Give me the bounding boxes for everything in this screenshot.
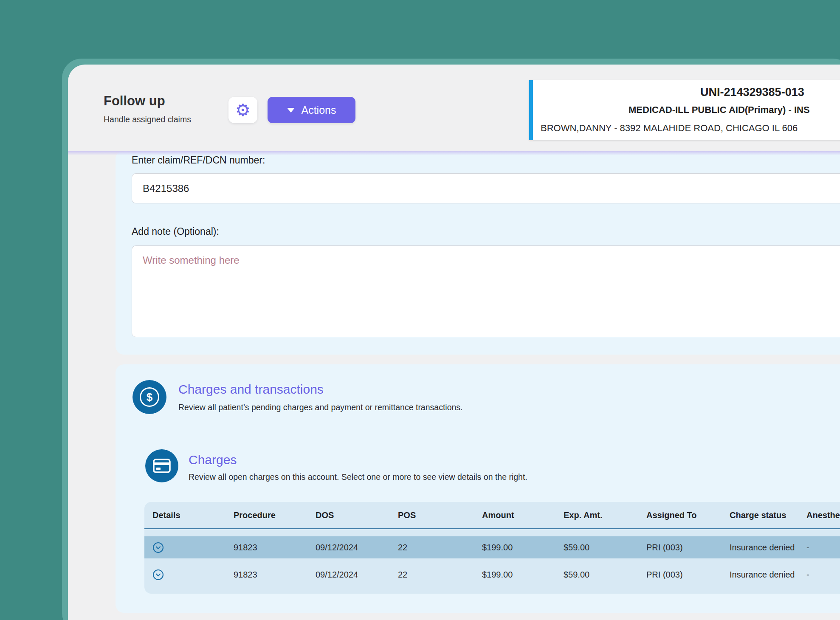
claim-form-panel: Enter claim/REF/DCN number: Add note (Op… <box>116 151 840 355</box>
cell-dos: 09/12/2024 <box>316 543 398 552</box>
payer-name: MEDICAD-ILL PUBLIC AID(Primary) - INS <box>629 104 810 116</box>
table-row[interactable]: 91823 09/12/2024 22 $199.00 $59.00 PRI (… <box>144 536 840 558</box>
patient-info: BROWN,DANNY - 8392 MALAHIDE ROAD, CHICAG… <box>541 123 798 134</box>
page-subtitle: Handle assigned claims <box>104 115 191 124</box>
actions-button[interactable]: Actions <box>268 97 355 123</box>
cell-assigned-to: PRI (003) <box>646 570 730 580</box>
claim-id: UNI-214329385-013 <box>700 86 804 99</box>
col-dos: DOS <box>316 510 398 520</box>
cell-exp-amt: $59.00 <box>564 543 646 552</box>
charges-table: Details Procedure DOS POS Amount Exp. Am… <box>144 502 840 594</box>
cell-pos: 22 <box>398 543 482 552</box>
credit-card-icon <box>145 449 178 482</box>
col-exp-amt: Exp. Amt. <box>564 510 646 520</box>
cell-anesthesia: - <box>806 570 840 580</box>
cell-amount: $199.00 <box>482 543 564 552</box>
claim-info-banner: UNI-214329385-013 MEDICAD-ILL PUBLIC AID… <box>529 80 840 140</box>
cell-anesthesia: - <box>806 543 840 552</box>
cell-dos: 09/12/2024 <box>316 570 398 580</box>
col-pos: POS <box>398 510 482 520</box>
cell-procedure: 91823 <box>234 543 316 552</box>
charges-transactions-title: Charges and transactions <box>178 382 324 397</box>
settings-button[interactable]: ⚙ <box>228 97 257 123</box>
cell-pos: 22 <box>398 570 482 580</box>
caret-down-icon <box>287 108 295 113</box>
chevron-down-circle-icon[interactable] <box>152 569 234 581</box>
cell-charge-status: Insurance denied <box>730 543 806 552</box>
col-details: Details <box>152 510 234 520</box>
charges-title: Charges <box>189 453 237 467</box>
chevron-down-circle-icon[interactable] <box>152 542 234 553</box>
page-title: Follow up <box>104 93 165 110</box>
table-row[interactable]: 91823 09/12/2024 22 $199.00 $59.00 PRI (… <box>144 564 840 586</box>
charges-table-header: Details Procedure DOS POS Amount Exp. Am… <box>144 502 840 528</box>
col-charge-status: Charge status <box>730 510 806 520</box>
cell-procedure: 91823 <box>234 570 316 580</box>
table-header-divider <box>144 528 840 529</box>
note-textarea[interactable] <box>132 245 840 337</box>
cell-exp-amt: $59.00 <box>564 570 646 580</box>
charges-transactions-subtitle: Review all patient’s pending charges and… <box>178 403 463 412</box>
actions-button-label: Actions <box>302 104 336 116</box>
follow-up-card: Follow up Handle assigned claims ⚙ Actio… <box>68 65 840 620</box>
charges-subtitle: Review all open charges on this account.… <box>189 472 527 482</box>
header-glow-divider <box>68 151 840 155</box>
note-label: Add note (Optional): <box>132 226 219 237</box>
charges-panel: $ Charges and transactions Review all pa… <box>116 364 840 613</box>
claim-number-input[interactable] <box>132 173 840 203</box>
col-anesthesia: Anesthe <box>806 510 840 520</box>
col-assigned-to: Assigned To <box>646 510 730 520</box>
gear-icon: ⚙ <box>235 101 251 118</box>
dollar-circle-icon: $ <box>132 380 166 414</box>
col-amount: Amount <box>482 510 564 520</box>
cell-charge-status: Insurance denied <box>730 570 806 580</box>
claim-number-label: Enter claim/REF/DCN number: <box>132 155 265 166</box>
cell-assigned-to: PRI (003) <box>646 543 730 552</box>
col-procedure: Procedure <box>234 510 316 520</box>
cell-amount: $199.00 <box>482 570 564 580</box>
